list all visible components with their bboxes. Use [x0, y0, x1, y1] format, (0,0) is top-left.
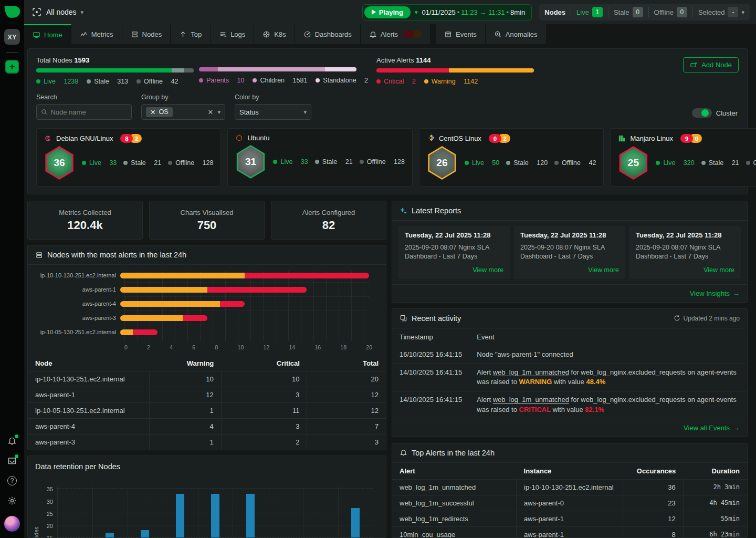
activity-row: 14/10/2025 16:41:15 Alertweb_log_1m_unma… — [392, 364, 747, 391]
tab-nodes[interactable]: Nodes — [122, 24, 171, 44]
chevron-down-icon[interactable]: ▾ — [303, 109, 307, 116]
report-card[interactable]: Tuesday, 22 Jul 2025 11:28 2025-09-20 08… — [398, 226, 510, 279]
alerts-chart-row: aws-parent-1 — [30, 286, 376, 293]
view-more-link[interactable]: View more — [636, 266, 734, 274]
activity-icon — [400, 314, 407, 322]
critical-dot-icon — [376, 79, 381, 84]
scope-target-icon — [32, 7, 42, 17]
os-card-debian[interactable]: Debian GNU/Linux 8 2 36 Live 33 — [36, 128, 221, 187]
table-row: 10min_cpu_usageaws-parent-186h 23min — [392, 526, 747, 538]
chart-category-label: ip-10-05-130-251.ec2.internal — [30, 329, 120, 335]
notifications-bell-icon[interactable] — [7, 436, 17, 446]
node-count-hexagon[interactable]: 26 — [427, 146, 457, 180]
node-count-hexagon[interactable]: 31 — [235, 145, 266, 179]
search-input-box[interactable] — [36, 104, 132, 120]
filter-selected[interactable]: Selected - ▾ — [692, 7, 744, 17]
table-row: web_log_1m_successfulaws-parent-0234h 45… — [392, 495, 747, 511]
time-controls[interactable]: Playing ▾ 01/11/2025•11:23 → 11:31•8min — [362, 4, 532, 20]
cluster-toggle[interactable] — [692, 108, 712, 118]
alerts-chart-title: Nodes with the most alerts in the last 2… — [47, 251, 186, 259]
view-insights-link[interactable]: View Insights→ — [392, 284, 747, 302]
tab-events[interactable]: Events — [436, 24, 486, 44]
legend-parents: Parents 10 — [199, 77, 244, 84]
alert-name-link[interactable]: web_log_1m_unmatched — [493, 368, 569, 376]
filter-live[interactable]: Live 1 — [571, 7, 603, 17]
user-avatar[interactable] — [4, 516, 20, 532]
legend-warning: Warning 1142 — [424, 78, 478, 85]
tab-metrics[interactable]: Metrics — [71, 24, 122, 44]
color-by-select[interactable]: Status ▾ — [235, 104, 311, 120]
legend-live: Live 1238 — [36, 78, 78, 85]
group-by-label: Group by — [141, 94, 225, 101]
group-by-select[interactable]: ✕OS ✕▾ — [141, 104, 225, 120]
play-button[interactable]: Playing — [364, 6, 411, 18]
tab-anomalies[interactable]: Anomalies — [486, 24, 547, 44]
tab-logs[interactable]: Logs — [211, 24, 254, 44]
cluster-toggle-label: Cluster — [716, 109, 738, 117]
add-space-button[interactable]: + — [5, 60, 19, 74]
search-input[interactable] — [50, 108, 127, 116]
settings-gear-icon[interactable] — [7, 496, 17, 505]
view-more-link[interactable]: View more — [405, 266, 503, 274]
activity-row: 16/10/2025 16:41:15 Node "aws-parent-1" … — [392, 346, 747, 364]
node-count-hexagon[interactable]: 25 — [618, 146, 648, 180]
report-card[interactable]: Tuesday, 22 Jul 2025 11:28 2025-09-20 08… — [514, 226, 625, 279]
os-card-ubuntu[interactable]: Ubuntu 31 Live 33 Stale 21 Offline 128 — [227, 128, 412, 187]
tab-k8s[interactable]: K8s — [254, 24, 295, 44]
tab-home[interactable]: Home — [24, 24, 71, 44]
tab-dashboards[interactable]: Dashboards — [295, 24, 361, 44]
alert-name-link[interactable]: web_log_1m_unmatched — [493, 396, 569, 404]
refresh-icon — [674, 315, 680, 322]
play-icon — [372, 9, 376, 15]
view-all-events-link[interactable]: View all Events→ — [392, 419, 747, 437]
severity-label: CRITICAL — [519, 406, 551, 413]
latest-reports-panel: Latest Reports Tuesday, 22 Jul 2025 11:2… — [392, 201, 748, 303]
view-more-link[interactable]: View more — [520, 266, 619, 274]
retention-bar — [211, 494, 219, 538]
add-node-button[interactable]: Add Node — [683, 57, 739, 73]
nodes-summary-panel: Total Nodes 1593 Live 1238 Stale 313 Off… — [27, 48, 748, 194]
stat-charts-visualised: Charts Visualised 750 — [149, 201, 265, 240]
children-dot-icon — [253, 78, 257, 82]
parents-dot-icon — [199, 78, 203, 82]
y-axis-ticks: 101520253035 — [39, 487, 57, 538]
filter-offline[interactable]: Offline 0 — [648, 7, 687, 17]
os-card-manjaro[interactable]: Manjaro Linux 9 0 25 Live 320 — [610, 128, 756, 187]
filter-stale[interactable]: Stale 0 — [608, 7, 643, 17]
bell-icon — [400, 449, 407, 457]
add-node-icon — [690, 61, 698, 69]
card-alert-badges: 9 0 — [680, 134, 702, 143]
report-card[interactable]: Tuesday, 22 Jul 2025 11:28 2025-09-20 08… — [629, 226, 741, 279]
chevron-down-icon[interactable]: ▾ — [217, 109, 220, 116]
retention-bar — [246, 494, 255, 538]
server-icon — [131, 30, 139, 38]
inbox-icon[interactable] — [7, 456, 17, 465]
warning-bar-segment — [120, 273, 245, 278]
node-count-hexagon[interactable]: 36 — [44, 146, 75, 180]
help-icon[interactable]: ? — [7, 476, 17, 485]
chevron-down-icon: ▾ — [741, 9, 744, 16]
node-scope-selector[interactable]: All nodes ▾ — [32, 7, 83, 17]
nodes-status-filter[interactable]: Nodes Live 1 Stale 0 Offline 0 Selected — [539, 4, 750, 20]
retention-bar — [351, 508, 360, 538]
chart-category-label: ip-10-10-130-251.ec2.internal — [30, 272, 120, 278]
os-card-centos[interactable]: CentOS Linux 0 2 26 Live 50 — [419, 128, 604, 187]
tab-alerts[interactable]: Alerts — [361, 24, 430, 44]
table-row: ip-10-05-130-251.ec2.internal11112 — [28, 403, 386, 419]
nodes-filter-label: Nodes — [544, 8, 565, 16]
table-row: web_log_1m_redirectsaws-parent-11255min — [392, 511, 747, 526]
group-by-chip[interactable]: ✕OS — [146, 107, 173, 117]
toggle-knob — [701, 109, 709, 117]
tab-top[interactable]: Top — [171, 24, 211, 44]
manjaro-logo-icon — [618, 134, 626, 142]
clear-icon[interactable]: ✕ — [208, 108, 214, 116]
critical-bar-segment — [207, 287, 307, 293]
nodes-status-bar — [36, 68, 194, 73]
alerts-chart-row: ip-10-05-130-251.ec2.internal — [30, 329, 376, 335]
alerts-chart-row: aws-parent-4 — [30, 301, 376, 307]
netdata-logo-icon[interactable] — [3, 4, 22, 22]
time-range-display[interactable]: 01/11/2025•11:23 → 11:31•8min — [422, 8, 526, 16]
chevron-down-icon[interactable]: ▾ — [415, 9, 418, 16]
workspace-button[interactable]: XY — [4, 29, 20, 45]
arrow-right-icon: → — [733, 424, 740, 432]
